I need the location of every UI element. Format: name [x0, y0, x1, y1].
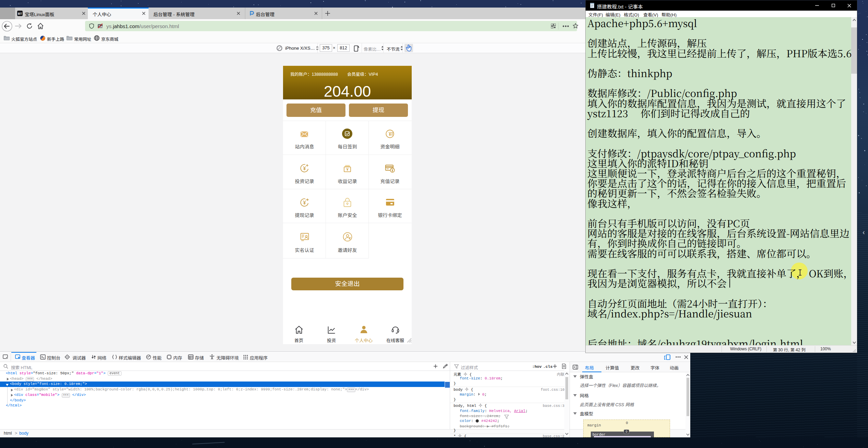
- svg-text:BT: BT: [18, 12, 22, 15]
